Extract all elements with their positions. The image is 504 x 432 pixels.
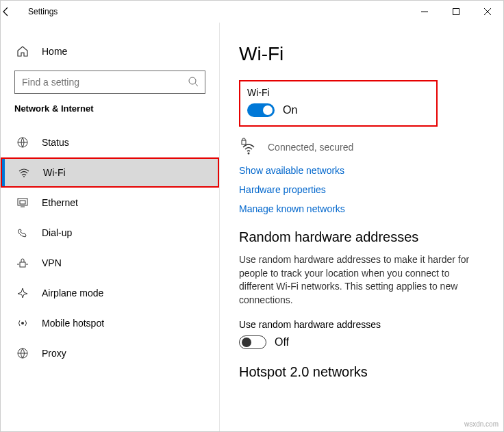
svg-rect-1 [453,9,459,15]
proxy-icon [14,347,31,359]
window-controls [409,1,503,23]
sidebar-item-ethernet[interactable]: Ethernet [1,188,219,218]
wifi-toggle[interactable] [247,103,275,117]
search-icon [188,76,199,87]
page-title: Wi-Fi [239,43,484,65]
link-show-networks[interactable]: Show available networks [239,165,484,176]
wifi-toggle-section: Wi-Fi On [239,80,438,127]
svg-point-7 [23,176,25,177]
sidebar-item-label: Dial-up [42,227,72,238]
content: Home Network & Internet Status Wi-Fi [1,23,503,431]
random-hw-heading: Random hardware addresses [239,229,484,245]
sidebar-item-label: Mobile hotspot [42,318,104,329]
minimize-button[interactable] [409,1,440,23]
svg-point-16 [248,153,250,155]
window-title: Settings [28,7,58,16]
secured-wifi-icon [239,138,258,157]
svg-line-5 [195,84,198,86]
dialup-icon [14,227,31,239]
connection-status-row: Connected, secured [239,138,484,157]
titlebar: Settings [1,1,503,23]
random-hw-toggle[interactable] [239,335,266,349]
hotspot-heading: Hotspot 2.0 networks [239,364,484,380]
svg-rect-17 [242,140,246,144]
sidebar-item-proxy[interactable]: Proxy [1,338,219,368]
status-icon [14,136,31,149]
sidebar-item-label: Ethernet [42,197,78,208]
sidebar-item-label: Wi-Fi [43,167,66,178]
link-manage-known-networks[interactable]: Manage known networks [239,203,484,214]
ethernet-icon [14,196,31,209]
wifi-toggle-state: On [283,104,297,116]
close-button[interactable] [472,1,503,23]
wifi-icon [16,166,32,179]
hotspot-icon [14,317,31,329]
svg-point-14 [21,322,24,325]
random-hw-description: Use random hardware addresses to make it… [239,253,472,307]
sidebar-item-label: Proxy [42,348,66,359]
sidebar-item-label: Airplane mode [42,288,103,298]
sidebar: Home Network & Internet Status Wi-Fi [1,23,220,431]
wifi-toggle-label: Wi-Fi [247,87,429,98]
random-hw-toggle-label: Use random hardware addresses [239,319,484,330]
sidebar-item-label: Status [42,137,69,148]
home-icon [14,45,31,58]
svg-point-4 [189,77,196,84]
sidebar-item-label: VPN [42,257,62,268]
connection-status-text: Connected, secured [268,142,353,153]
sidebar-section-label: Network & Internet [1,103,219,114]
sidebar-item-status[interactable]: Status [1,127,219,157]
svg-rect-9 [20,201,25,204]
link-hardware-properties[interactable]: Hardware properties [239,184,484,195]
watermark: wsxdn.com [464,420,499,428]
sidebar-item-wifi[interactable]: Wi-Fi [1,157,219,188]
main-panel: Wi-Fi Wi-Fi On Connected, secured Show a… [220,23,503,431]
sidebar-item-dialup[interactable]: Dial-up [1,218,219,248]
sidebar-home[interactable]: Home [1,36,219,66]
random-hw-toggle-state: Off [275,336,289,348]
svg-rect-11 [20,262,25,267]
airplane-icon [14,287,31,299]
sidebar-item-hotspot[interactable]: Mobile hotspot [1,308,219,338]
sidebar-item-vpn[interactable]: VPN [1,248,219,278]
vpn-icon [14,257,31,269]
back-button[interactable] [1,6,28,17]
sidebar-item-airplane[interactable]: Airplane mode [1,278,219,308]
search-box[interactable] [14,71,205,94]
maximize-button[interactable] [440,1,472,23]
sidebar-item-label: Home [42,46,67,57]
search-input[interactable] [14,71,205,94]
settings-window: Settings Home Network & Internet [0,0,504,432]
